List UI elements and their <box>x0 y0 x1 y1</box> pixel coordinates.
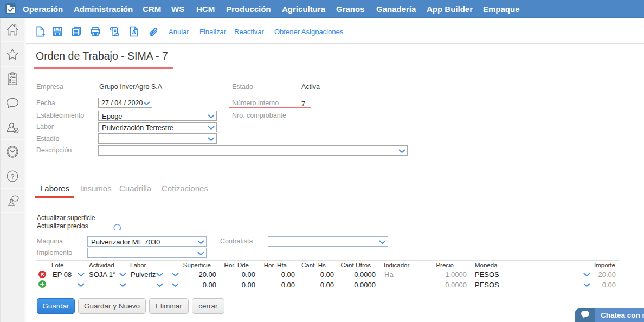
svg-text:A: A <box>132 29 136 35</box>
svg-text:?: ? <box>11 172 15 180</box>
